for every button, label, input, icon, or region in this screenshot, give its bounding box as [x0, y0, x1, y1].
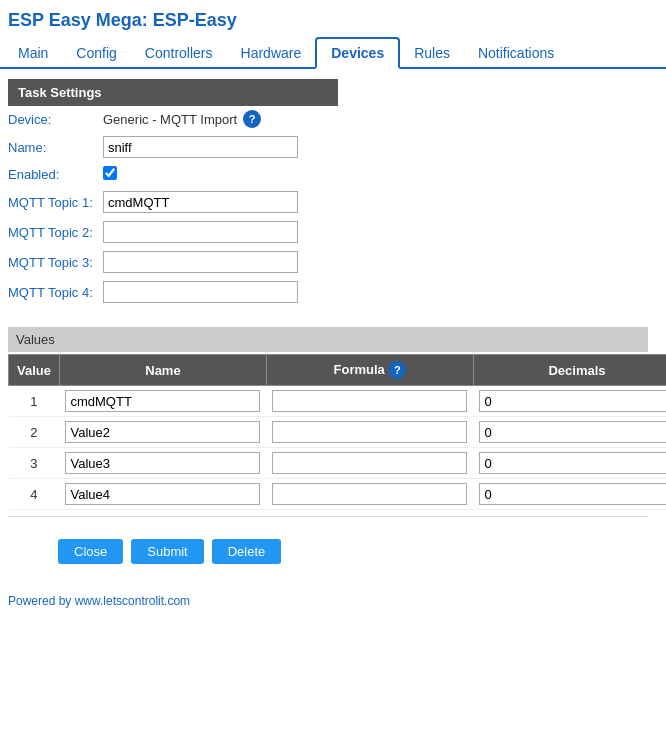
- row-decimals-cell-1: [473, 386, 666, 417]
- mqtt-topic1-label: MQTT Topic 1:: [8, 195, 103, 210]
- table-row: 3: [9, 448, 667, 479]
- mqtt-topic3-input[interactable]: [103, 251, 298, 273]
- row-index-3: 3: [9, 448, 60, 479]
- col-header-decimals: Decimals: [473, 355, 666, 386]
- row-decimals-input-4[interactable]: [479, 483, 666, 505]
- row-decimals-input-3[interactable]: [479, 452, 666, 474]
- device-value: Generic - MQTT Import: [103, 112, 237, 127]
- row-name-cell-4: [59, 479, 266, 510]
- values-section: Values Value Name Formula ? Decimals 1: [8, 327, 658, 510]
- mqtt-topic2-row: MQTT Topic 2:: [8, 217, 338, 247]
- row-formula-input-4[interactable]: [272, 483, 467, 505]
- device-row: Device: Generic - MQTT Import ?: [8, 106, 338, 132]
- enabled-label: Enabled:: [8, 167, 103, 182]
- row-decimals-cell-2: [473, 417, 666, 448]
- nav-hardware[interactable]: Hardware: [227, 39, 316, 67]
- delete-button[interactable]: Delete: [212, 539, 282, 564]
- enabled-checkbox[interactable]: [103, 166, 117, 180]
- nav-bar: Main Config Controllers Hardware Devices…: [0, 37, 666, 69]
- row-index-4: 4: [9, 479, 60, 510]
- row-formula-cell-4: [266, 479, 473, 510]
- col-header-value: Value: [9, 355, 60, 386]
- task-settings-section: Task Settings Device: Generic - MQTT Imp…: [8, 79, 338, 307]
- row-formula-cell-2: [266, 417, 473, 448]
- row-formula-input-1[interactable]: [272, 390, 467, 412]
- mqtt-topic1-row: MQTT Topic 1:: [8, 187, 338, 217]
- row-name-input-3[interactable]: [65, 452, 260, 474]
- row-name-cell-1: [59, 386, 266, 417]
- row-name-cell-3: [59, 448, 266, 479]
- device-help-icon[interactable]: ?: [243, 110, 261, 128]
- section-divider: [8, 516, 648, 517]
- name-label: Name:: [8, 140, 103, 155]
- formula-help-icon[interactable]: ?: [388, 361, 406, 379]
- nav-config[interactable]: Config: [62, 39, 130, 67]
- values-table: Value Name Formula ? Decimals 1: [8, 354, 666, 510]
- enabled-row: Enabled:: [8, 162, 338, 187]
- button-row: Close Submit Delete: [8, 523, 658, 574]
- mqtt-topic4-row: MQTT Topic 4:: [8, 277, 338, 307]
- row-index-1: 1: [9, 386, 60, 417]
- row-name-cell-2: [59, 417, 266, 448]
- row-index-2: 2: [9, 417, 60, 448]
- nav-notifications[interactable]: Notifications: [464, 39, 568, 67]
- task-settings-header: Task Settings: [8, 79, 338, 106]
- row-formula-cell-3: [266, 448, 473, 479]
- submit-button[interactable]: Submit: [131, 539, 203, 564]
- col-header-name: Name: [59, 355, 266, 386]
- row-formula-input-2[interactable]: [272, 421, 467, 443]
- row-decimals-cell-3: [473, 448, 666, 479]
- table-row: 2: [9, 417, 667, 448]
- name-row: Name:: [8, 132, 338, 162]
- row-formula-input-3[interactable]: [272, 452, 467, 474]
- row-decimals-cell-4: [473, 479, 666, 510]
- nav-controllers[interactable]: Controllers: [131, 39, 227, 67]
- nav-main[interactable]: Main: [4, 39, 62, 67]
- page-title: ESP Easy Mega: ESP-Easy: [0, 0, 666, 37]
- values-section-header: Values: [8, 327, 648, 352]
- row-decimals-input-1[interactable]: [479, 390, 666, 412]
- mqtt-topic2-input[interactable]: [103, 221, 298, 243]
- formula-label: Formula: [334, 362, 385, 377]
- table-row: 1: [9, 386, 667, 417]
- row-name-input-4[interactable]: [65, 483, 260, 505]
- nav-rules[interactable]: Rules: [400, 39, 464, 67]
- mqtt-topic1-input[interactable]: [103, 191, 298, 213]
- close-button[interactable]: Close: [58, 539, 123, 564]
- row-name-input-2[interactable]: [65, 421, 260, 443]
- row-formula-cell-1: [266, 386, 473, 417]
- mqtt-topic2-label: MQTT Topic 2:: [8, 225, 103, 240]
- mqtt-topic3-row: MQTT Topic 3:: [8, 247, 338, 277]
- row-decimals-input-2[interactable]: [479, 421, 666, 443]
- device-label: Device:: [8, 112, 103, 127]
- row-name-input-1[interactable]: [65, 390, 260, 412]
- name-input[interactable]: [103, 136, 298, 158]
- nav-devices[interactable]: Devices: [315, 37, 400, 69]
- footer: Powered by www.letscontrolit.com: [0, 584, 666, 618]
- col-header-formula: Formula ?: [266, 355, 473, 386]
- main-content: Task Settings Device: Generic - MQTT Imp…: [0, 69, 666, 584]
- table-row: 4: [9, 479, 667, 510]
- mqtt-topic3-label: MQTT Topic 3:: [8, 255, 103, 270]
- mqtt-topic4-label: MQTT Topic 4:: [8, 285, 103, 300]
- mqtt-topic4-input[interactable]: [103, 281, 298, 303]
- footer-text: Powered by www.letscontrolit.com: [8, 594, 190, 608]
